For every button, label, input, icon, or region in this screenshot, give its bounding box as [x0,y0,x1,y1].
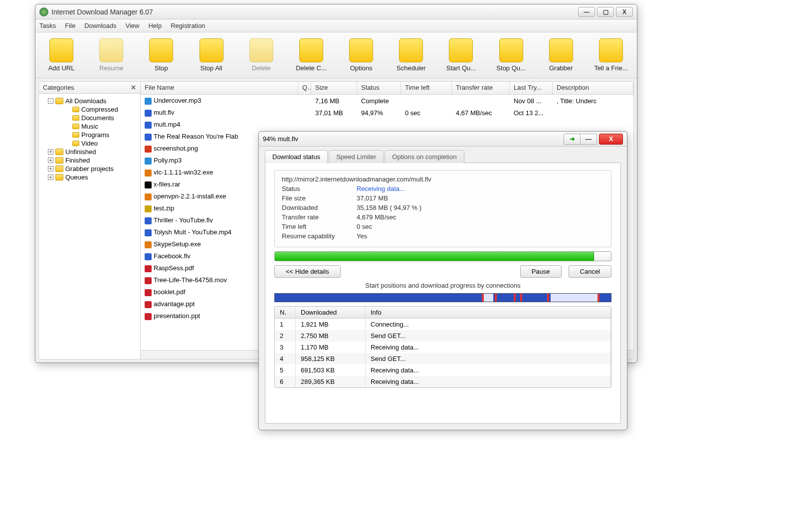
segments-label: Start positions and download progress by… [274,282,611,289]
menu-view[interactable]: View [126,22,140,29]
toolbar-start-qu-[interactable]: Start Qu... [442,38,480,72]
tree-item-music[interactable]: Music [41,122,138,131]
tab-options-on-completion[interactable]: Options on completion [385,150,464,163]
tree-item-all-downloads[interactable]: -All Downloads [41,97,138,105]
file-icon [145,241,152,248]
dialog-titlebar[interactable]: 94% mult.flv ➜ — X [259,132,627,147]
info-value: 0 sec [357,223,372,230]
col-lasttry[interactable]: Last Try... [510,82,553,94]
menu-downloads[interactable]: Downloads [84,22,116,29]
conn-col-info[interactable]: Info [366,307,611,318]
main-titlebar[interactable]: Internet Download Manager 6.07 — ▢ X [35,4,637,19]
dialog-minimize-button[interactable]: — [580,134,597,145]
conn-col-n[interactable]: N. [275,307,296,318]
file-row[interactable]: mult.flv37,01 MB94,97%0 sec4,67 MB/secOc… [141,107,633,119]
dialog-tray-button[interactable]: ➜ [564,134,581,145]
col-description[interactable]: Description [553,82,633,94]
file-icon [145,110,152,117]
connection-row[interactable]: 4958,125 KBSend GET... [275,353,611,364]
expander-icon[interactable]: - [48,98,53,104]
tree-item-grabber-projects[interactable]: +Grabber projects [41,165,138,173]
tree-item-finished[interactable]: +Finished [41,156,138,165]
tree-item-documents[interactable]: Documents [41,114,138,122]
tree-label: Video [81,140,98,147]
info-key: Transfer rate [282,213,357,221]
file-name: screenshot.png [154,145,198,152]
tree-item-programs[interactable]: Programs [41,131,138,139]
categories-header: Categories ✕ [39,82,140,94]
connection-row[interactable]: 31,170 MBReceiving data... [275,342,611,353]
tree-item-compressed[interactable]: Compressed [41,105,138,114]
toolbar-icon [49,38,73,62]
expander-icon[interactable]: + [48,158,53,163]
toolbar-label: Start Qu... [446,64,476,72]
toolbar-stop[interactable]: Stop [142,38,180,72]
col-timeleft[interactable]: Time left [401,82,452,94]
expander-icon[interactable]: + [48,175,53,180]
close-icon[interactable]: ✕ [131,84,136,91]
connection-row[interactable]: 22,750 MBSend GET... [275,330,611,342]
toolbar-label: Grabber [549,64,573,72]
toolbar-stop-all[interactable]: Stop All [193,38,230,72]
maximize-button[interactable]: ▢ [597,7,614,17]
toolbar-stop-qu-[interactable]: Stop Qu... [492,38,530,72]
file-name: Undercover.mp3 [154,97,201,104]
toolbar-label: Tell a Frie... [594,64,627,72]
tab-speed-limiter[interactable]: Speed Limiter [329,150,384,163]
tree-label: Queues [65,174,88,181]
menu-help[interactable]: Help [148,22,162,29]
file-row[interactable]: mult.mp4 [141,119,633,131]
expander-icon[interactable]: + [48,166,53,172]
close-button[interactable]: X [616,7,633,17]
toolbar-scheduler[interactable]: Scheduler [392,38,430,72]
file-name: Facebook.flv [154,252,191,260]
hide-details-button[interactable]: << Hide details [274,265,341,278]
toolbar-tell-a-frie-[interactable]: Tell a Frie... [592,38,630,72]
conn-downloaded: 958,125 KB [296,353,366,364]
info-value: 4,679 MB/sec [357,213,397,221]
tree-label: All Downloads [65,97,106,105]
col-q[interactable]: Q [298,82,311,94]
tree-item-video[interactable]: Video [41,139,138,148]
tree-item-queues[interactable]: +Queues [41,173,138,181]
col-rate[interactable]: Transfer rate [452,82,510,94]
menu-file[interactable]: File [65,22,75,29]
folder-icon [55,98,63,104]
minimize-button[interactable]: — [578,7,595,17]
col-filename[interactable]: File Name [141,82,298,94]
info-value: 35,158 MB ( 94,97 % ) [357,204,421,211]
conn-col-downloaded[interactable]: Downloaded [296,307,366,318]
toolbar-label: Stop [155,64,168,72]
folder-icon [55,174,63,180]
connection-row[interactable]: 5691,503 KBReceiving data... [275,364,611,376]
file-row[interactable]: Undercover.mp37,16 MBCompleteNov 08 ...,… [141,95,633,107]
categories-title: Categories [43,84,74,91]
file-rate: 4,67 MB/sec [452,109,510,117]
toolbar-add-url[interactable]: Add URL [42,38,80,72]
file-name: Tree-Life-The-64758.mov [154,276,227,284]
toolbar-options[interactable]: Options [342,38,380,72]
menu-registration[interactable]: Registration [171,22,205,29]
connection-row[interactable]: 11,921 MBConnecting... [275,319,611,330]
toolbar-icon [99,38,123,62]
toolbar-grabber[interactable]: Grabber [542,38,580,72]
cancel-button[interactable]: Cancel [569,265,611,278]
dialog-close-button[interactable]: X [599,134,623,145]
menu-tasks[interactable]: Tasks [39,22,56,29]
col-size[interactable]: Size [311,82,357,94]
file-lasttry: Oct 13 2... [510,109,553,117]
toolbar-delete-c-[interactable]: Delete C... [292,38,330,72]
segment-bar [274,293,611,302]
pause-button[interactable]: Pause [520,265,562,278]
expander-icon[interactable]: + [48,149,53,155]
column-headers[interactable]: File Name Q Size Status Time left Transf… [141,82,633,95]
toolbar-icon [349,38,373,62]
categories-tree: -All DownloadsCompressedDocumentsMusicPr… [39,94,140,359]
info-value: 37,017 MB [357,194,388,202]
file-name: Polly.mp3 [154,157,182,164]
conn-info: Connecting... [366,319,611,330]
tab-download-status[interactable]: Download status [265,150,328,163]
tree-item-unfinished[interactable]: +Unfinished [41,148,138,156]
col-status[interactable]: Status [357,82,401,94]
connection-row[interactable]: 6289,365 KBReceiving data... [275,376,611,387]
